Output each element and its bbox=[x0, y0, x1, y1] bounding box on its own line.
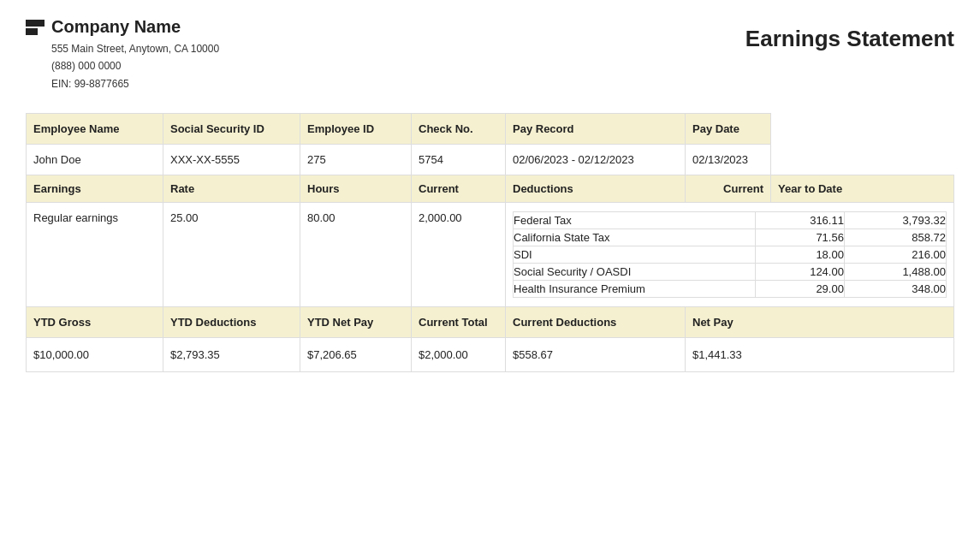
deductions-detail-table: Federal Tax 316.11 3,793.32 California S… bbox=[513, 211, 947, 298]
employee-name: John Doe bbox=[27, 145, 163, 175]
summary-header-ytd-gross: YTD Gross bbox=[27, 307, 163, 338]
company-details: 555 Main Street, Anytown, CA 10000 (888)… bbox=[51, 40, 219, 92]
summary-ytd-net-pay: $7,206.65 bbox=[300, 338, 412, 372]
col-header-pay-date: Pay Date bbox=[686, 114, 771, 145]
col-header-pay-record: Pay Record bbox=[506, 114, 686, 145]
subheader-ded-ytd: Year to Date bbox=[771, 175, 954, 203]
deduction-name: SDI bbox=[514, 246, 756, 264]
employee-id: 275 bbox=[300, 145, 412, 175]
employee-ssid: XXX-XX-5555 bbox=[163, 145, 300, 175]
summary-header-row: YTD Gross YTD Deductions YTD Net Pay Cur… bbox=[27, 307, 954, 338]
page-title: Earnings Statement bbox=[745, 26, 954, 52]
subheader-hours: Hours bbox=[300, 175, 412, 203]
deduction-name: Health Insurance Premium bbox=[514, 281, 756, 298]
deduction-row: Health Insurance Premium 29.00 348.00 bbox=[514, 281, 947, 298]
deduction-ytd: 3,793.32 bbox=[844, 212, 946, 229]
deduction-ytd: 1,488.00 bbox=[844, 264, 946, 281]
earnings-current: 2,000.00 bbox=[412, 203, 506, 307]
deduction-row: California State Tax 71.56 858.72 bbox=[514, 229, 947, 246]
deduction-ytd: 858.72 bbox=[844, 229, 946, 246]
deduction-row: Federal Tax 316.11 3,793.32 bbox=[514, 212, 947, 229]
subheader-ded-current: Current bbox=[686, 175, 771, 203]
col-header-employee-id: Employee ID bbox=[300, 114, 412, 145]
summary-ytd-gross: $10,000.00 bbox=[27, 338, 163, 372]
summary-current-total: $2,000.00 bbox=[412, 338, 506, 372]
summary-ytd-deductions: $2,793.35 bbox=[163, 338, 300, 372]
company-address: 555 Main Street, Anytown, CA 10000 bbox=[51, 40, 219, 57]
company-ein: EIN: 99-8877665 bbox=[51, 75, 219, 92]
employee-header-row: Employee Name Social Security ID Employe… bbox=[27, 114, 954, 145]
deduction-ytd: 216.00 bbox=[844, 246, 946, 264]
company-name-row: Company Name bbox=[26, 17, 219, 37]
subheader-current: Current bbox=[412, 175, 506, 203]
col-header-ssid: Social Security ID bbox=[163, 114, 300, 145]
deduction-name: Social Security / OASDI bbox=[514, 264, 756, 281]
deduction-current: 18.00 bbox=[755, 246, 844, 264]
summary-header-current-total: Current Total bbox=[412, 307, 506, 338]
earnings-table: Employee Name Social Security ID Employe… bbox=[26, 113, 954, 372]
earnings-rate: 25.00 bbox=[163, 203, 300, 307]
earnings-subheader-row: Earnings Rate Hours Current Deductions C… bbox=[27, 175, 954, 203]
deduction-name: Federal Tax bbox=[514, 212, 756, 229]
employee-data-row: John Doe XXX-XX-5555 275 5754 02/06/2023… bbox=[27, 145, 954, 175]
col-header-check-no: Check No. bbox=[412, 114, 506, 145]
subheader-rate: Rate bbox=[163, 175, 300, 203]
summary-header-net-pay: Net Pay bbox=[686, 307, 954, 338]
deduction-ytd: 348.00 bbox=[844, 281, 946, 298]
subheader-deductions: Deductions bbox=[506, 175, 686, 203]
summary-data-row: $10,000.00 $2,793.35 $7,206.65 $2,000.00… bbox=[27, 338, 954, 372]
deduction-row: Social Security / OASDI 124.00 1,488.00 bbox=[514, 264, 947, 281]
pay-record: 02/06/2023 - 02/12/2023 bbox=[506, 145, 686, 175]
earnings-data-row: Regular earnings 25.00 80.00 2,000.00 Fe… bbox=[27, 203, 954, 307]
summary-header-ytd-deductions: YTD Deductions bbox=[163, 307, 300, 338]
company-logo-icon bbox=[26, 20, 45, 35]
page-header: Company Name 555 Main Street, Anytown, C… bbox=[26, 17, 954, 92]
deduction-name: California State Tax bbox=[514, 229, 756, 246]
summary-header-current-deductions: Current Deductions bbox=[506, 307, 686, 338]
col-header-employee-name: Employee Name bbox=[27, 114, 163, 145]
pay-date: 02/13/2023 bbox=[686, 145, 771, 175]
deduction-current: 316.11 bbox=[755, 212, 844, 229]
deduction-current: 71.56 bbox=[755, 229, 844, 246]
deduction-current: 29.00 bbox=[755, 281, 844, 298]
company-phone: (888) 000 0000 bbox=[51, 57, 219, 74]
summary-current-deductions: $558.67 bbox=[506, 338, 686, 372]
deduction-row: SDI 18.00 216.00 bbox=[514, 246, 947, 264]
company-info: Company Name 555 Main Street, Anytown, C… bbox=[26, 17, 219, 92]
earnings-type: Regular earnings bbox=[27, 203, 163, 307]
summary-header-ytd-net-pay: YTD Net Pay bbox=[300, 307, 412, 338]
subheader-earnings: Earnings bbox=[27, 175, 163, 203]
company-name: Company Name bbox=[51, 17, 181, 37]
summary-net-pay: $1,441.33 bbox=[686, 338, 954, 372]
check-number: 5754 bbox=[412, 145, 506, 175]
deductions-cell: Federal Tax 316.11 3,793.32 California S… bbox=[506, 203, 954, 307]
deduction-current: 124.00 bbox=[755, 264, 844, 281]
earnings-hours: 80.00 bbox=[300, 203, 412, 307]
